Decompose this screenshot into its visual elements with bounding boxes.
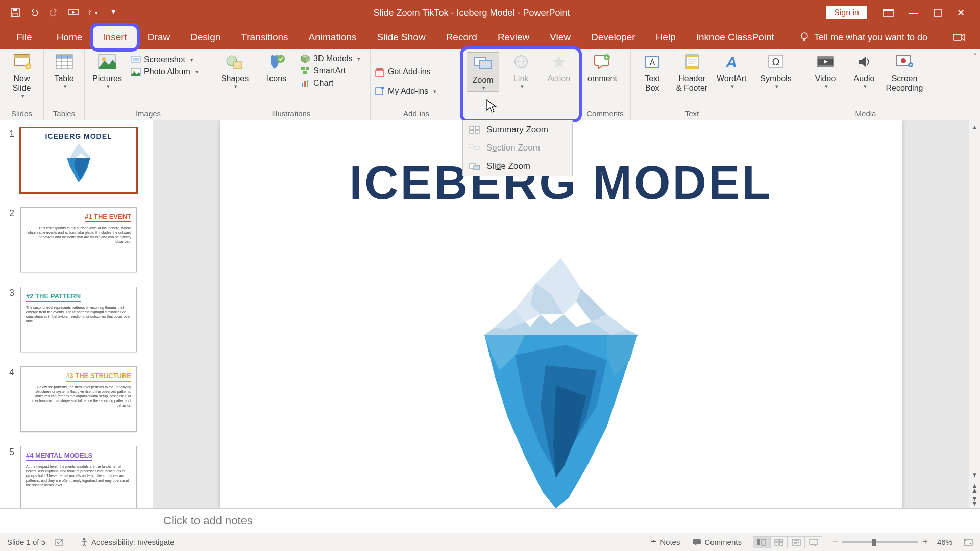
iceberg-image[interactable]	[454, 253, 668, 508]
qat-more-icon[interactable]: ‾▾	[107, 8, 117, 18]
tab-home[interactable]: Home	[46, 26, 93, 49]
audio-button[interactable]: Audio▾	[847, 52, 881, 90]
svg-rect-80	[761, 539, 766, 545]
group-tables: Tables	[48, 107, 80, 119]
tab-design[interactable]: Design	[180, 26, 231, 49]
tell-me-label: Tell me what you want to do	[814, 32, 927, 43]
tab-draw[interactable]: Draw	[137, 26, 180, 49]
slide-thumb-1[interactable]: ICEBERG MODEL	[20, 128, 137, 193]
tab-insert[interactable]: Insert	[92, 26, 137, 49]
link-icon	[511, 52, 531, 71]
shapes-button[interactable]: Shapes▾	[216, 52, 253, 90]
table-button[interactable]: Table▾	[48, 52, 80, 90]
reading-view-icon[interactable]	[788, 536, 805, 548]
textbox-button[interactable]: A Text Box	[635, 52, 670, 93]
scroll-down-icon[interactable]: ▼	[972, 471, 978, 479]
share-button[interactable]	[952, 26, 980, 49]
slideshow-view-icon[interactable]	[805, 536, 822, 548]
action-button[interactable]: Action	[543, 52, 575, 83]
wordart-button[interactable]: A WordArt▾	[714, 52, 749, 90]
vertical-scrollbar[interactable]: ▲ ▼ ▲▲ ▼▼	[969, 120, 980, 508]
group-media: Media	[808, 107, 923, 119]
tab-review[interactable]: Review	[487, 26, 540, 49]
save-icon[interactable]	[10, 8, 20, 18]
icons-button[interactable]: Icons	[258, 52, 295, 83]
header-footer-button[interactable]: Header & Footer	[675, 52, 709, 93]
zoom-slider[interactable]	[842, 541, 918, 543]
link-button[interactable]: Link▾	[504, 52, 537, 90]
audio-icon	[854, 52, 874, 71]
scroll-up-icon[interactable]: ▲	[972, 123, 978, 131]
zoom-in-icon[interactable]: +	[922, 537, 928, 547]
ribbon-display-options-icon[interactable]	[883, 9, 894, 17]
zoom-out-icon[interactable]: −	[832, 537, 838, 547]
table-icon	[54, 52, 75, 71]
zoom-button[interactable]: Zoom▾	[467, 52, 499, 92]
svg-rect-35	[480, 61, 491, 69]
screen-recording-button[interactable]: Screen Recording	[886, 52, 923, 93]
accessibility-status[interactable]: Accessibility: Investigate	[80, 538, 175, 547]
tab-slideshow[interactable]: Slide Show	[367, 26, 436, 49]
svg-rect-11	[14, 55, 30, 58]
3d-models-button[interactable]: 3D Models▾	[300, 54, 360, 63]
chart-button[interactable]: Chart	[300, 79, 360, 88]
my-addins-button[interactable]: My Add-ins▾	[375, 87, 436, 96]
tab-classpoint[interactable]: Inknoe ClassPoint	[686, 26, 785, 49]
tab-help[interactable]: Help	[646, 26, 686, 49]
tell-me-search[interactable]: Tell me what you want to do	[800, 26, 927, 49]
prev-slide-icon[interactable]: ▲▲	[971, 484, 978, 492]
addins-icon	[375, 87, 385, 96]
zoom-icon	[473, 54, 493, 73]
pictures-button[interactable]: Pictures▾	[89, 52, 126, 90]
slide-sorter-icon[interactable]	[770, 536, 788, 548]
tab-record[interactable]: Record	[436, 26, 487, 49]
tab-animations[interactable]: Animations	[299, 26, 367, 49]
tab-transitions[interactable]: Transitions	[231, 26, 298, 49]
notes-icon: ≐	[650, 538, 657, 547]
summary-zoom-item[interactable]: Summary Zoom	[463, 120, 572, 139]
spellcheck-icon[interactable]	[55, 538, 65, 546]
next-slide-icon[interactable]: ▼▼	[971, 496, 978, 505]
comment-button[interactable]: omment	[584, 52, 621, 83]
notes-pane[interactable]: Click to add notes	[0, 508, 980, 533]
fit-to-window-icon[interactable]	[964, 539, 973, 546]
svg-point-8	[801, 33, 807, 39]
slide-thumb-2[interactable]: #1 THE EVENT This corresponds to the sur…	[20, 207, 137, 272]
comments-toggle[interactable]: Comments	[692, 538, 742, 546]
svg-rect-15	[56, 55, 72, 58]
tab-developer[interactable]: Developer	[581, 26, 646, 49]
new-slide-button[interactable]: ✦ New Slide▾	[4, 52, 39, 100]
zoom-level[interactable]: 46%	[937, 538, 952, 546]
signin-button[interactable]: Sign in	[826, 6, 867, 19]
slide-thumb-3[interactable]: #2 THE PATTERN The second level represen…	[20, 287, 137, 352]
slide-thumb-4[interactable]: #3 THE STRUCTURE Below the patterns, the…	[20, 366, 137, 432]
thumb-number: 1	[5, 128, 14, 139]
undo-icon[interactable]	[30, 8, 40, 18]
video-button[interactable]: Video▾	[808, 52, 842, 90]
redo-icon[interactable]	[49, 8, 59, 18]
svg-rect-1	[13, 9, 17, 11]
get-addins-button[interactable]: Get Add-ins	[375, 67, 436, 77]
smartart-button[interactable]: SmartArt	[300, 66, 360, 76]
close-icon[interactable]: ✕	[957, 7, 965, 18]
slide-zoom-item[interactable]: Slide Zoom	[463, 157, 572, 176]
slide-canvas[interactable]: ICEBERG MODEL	[220, 120, 902, 508]
symbols-button[interactable]: Ω Symbols▾	[757, 52, 794, 90]
collapse-ribbon-icon[interactable]: ˄	[973, 52, 977, 60]
slide-thumb-5[interactable]: #4 MENTAL MODELS At the deepest level, t…	[20, 446, 137, 508]
svg-rect-51	[686, 66, 698, 69]
screenshot-icon	[131, 55, 141, 64]
notes-toggle[interactable]: ≐Notes	[650, 538, 680, 547]
svg-rect-38	[475, 126, 479, 129]
maximize-icon[interactable]	[934, 9, 942, 17]
touch-mode-icon[interactable]: ▾	[88, 8, 98, 18]
tab-view[interactable]: View	[540, 26, 581, 49]
present-from-start-icon[interactable]	[68, 8, 79, 18]
photo-album-button[interactable]: Photo Album▾	[131, 67, 199, 77]
tab-file[interactable]: File	[6, 26, 46, 49]
minimize-icon[interactable]: ―	[909, 8, 918, 18]
slide-thumbnails-panel: 1 ICEBERG MODEL 2 #1 THE EVENT This corr…	[0, 120, 153, 508]
normal-view-icon[interactable]	[753, 536, 770, 548]
textbox-icon: A	[642, 52, 663, 71]
screenshot-button[interactable]: Screenshot▾	[131, 55, 199, 64]
